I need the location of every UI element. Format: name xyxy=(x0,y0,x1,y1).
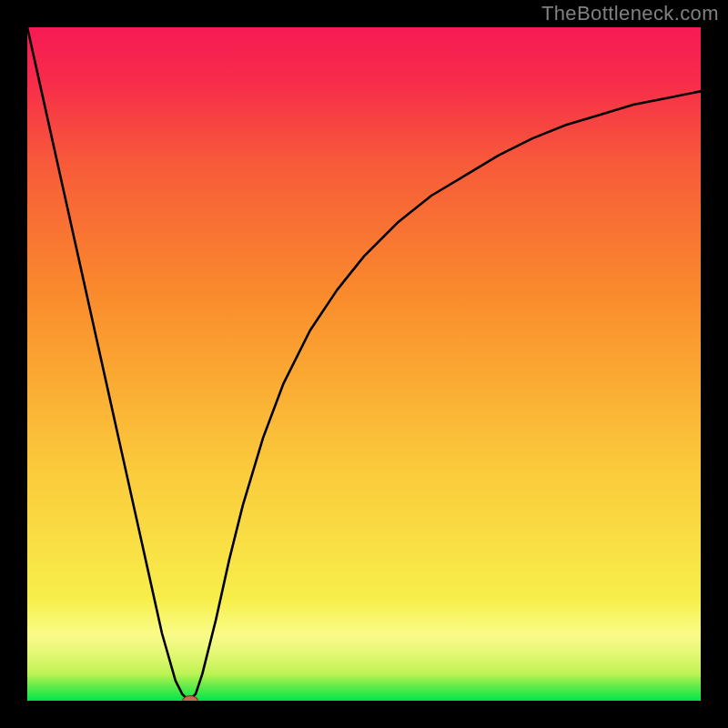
optimal-point-marker xyxy=(182,695,198,701)
bottleneck-curve xyxy=(27,27,701,701)
chart-frame: TheBottleneck.com xyxy=(0,0,728,728)
plot-area xyxy=(27,27,701,701)
watermark-text: TheBottleneck.com xyxy=(541,2,719,25)
